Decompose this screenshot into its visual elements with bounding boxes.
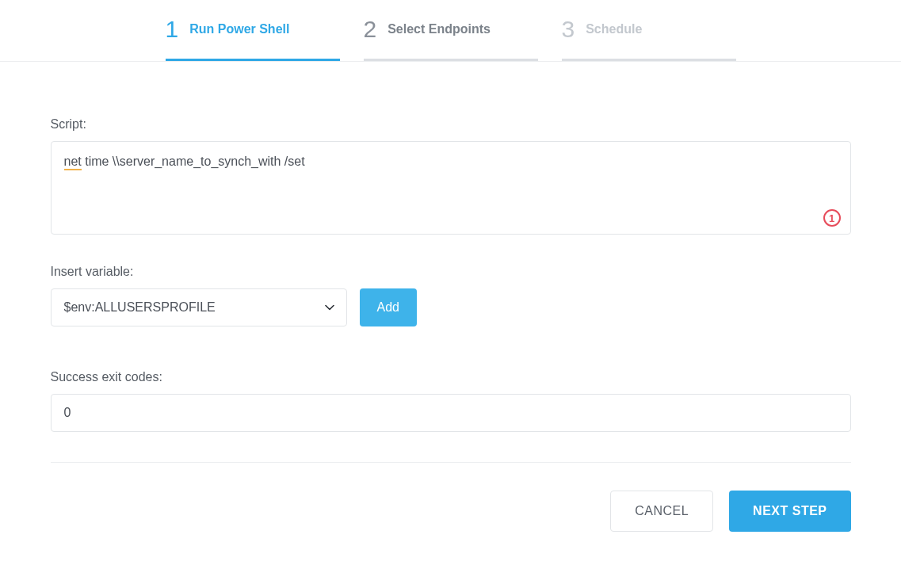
variable-row: Add [51,288,851,326]
wizard-step-select-endpoints[interactable]: 2 Select Endpoints [364,8,538,61]
script-rest: time \\server_name_to_synch_with /set [82,155,305,168]
step-label: Run Power Shell [189,22,289,36]
wizard-step-schedule[interactable]: 3 Schedule [562,8,736,61]
add-variable-button[interactable]: Add [360,288,417,326]
step-number: 3 [562,16,575,43]
cancel-button[interactable]: CANCEL [610,491,713,532]
form-content: Script: net time \\server_name_to_synch_… [51,62,851,532]
exit-codes-input[interactable] [51,394,851,432]
separator [51,462,851,463]
exit-codes-field-group: Success exit codes: [51,370,851,432]
script-spellcheck-token: net [64,155,82,170]
exit-codes-label: Success exit codes: [51,370,851,384]
script-field-group: Script: net time \\server_name_to_synch_… [51,117,851,235]
script-editor[interactable]: net time \\server_name_to_synch_with /se… [51,141,851,235]
step-label: Select Endpoints [388,22,491,36]
step-number: 1 [166,16,179,43]
warning-count: 1 [829,213,834,223]
warning-count-badge[interactable]: 1 [823,209,841,227]
step-label: Schedule [586,22,642,36]
script-text[interactable]: net time \\server_name_to_synch_with /se… [64,153,838,170]
variable-select-wrap [51,288,347,326]
wizard-step-run-powershell[interactable]: 1 Run Power Shell [166,8,340,61]
insert-variable-label: Insert variable: [51,265,851,279]
next-step-button[interactable]: NEXT STEP [729,491,850,532]
script-label: Script: [51,117,851,132]
insert-variable-field-group: Insert variable: Add [51,265,851,326]
variable-select[interactable] [51,288,347,326]
step-number: 2 [364,16,377,43]
footer-actions: CANCEL NEXT STEP [51,491,851,532]
wizard-steps: 1 Run Power Shell 2 Select Endpoints 3 S… [0,0,901,62]
